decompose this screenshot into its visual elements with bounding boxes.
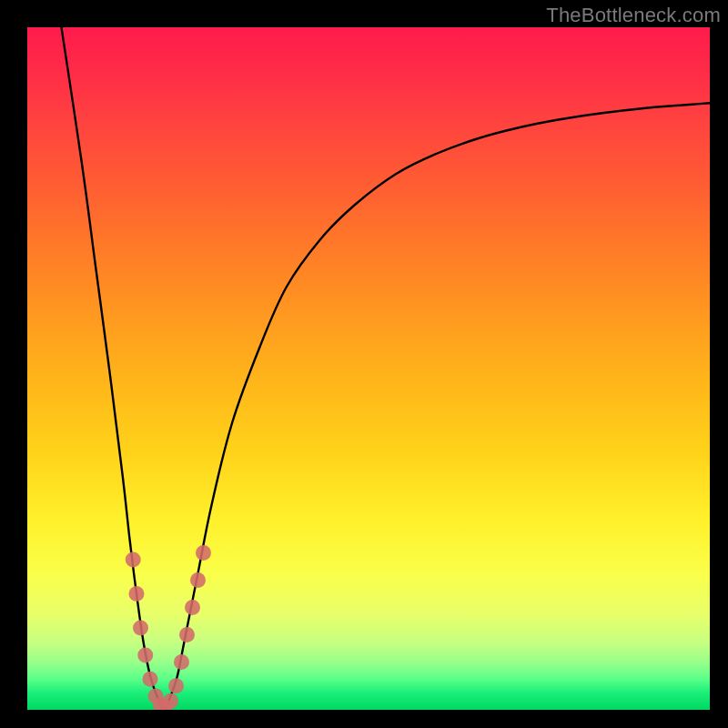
sample-point bbox=[185, 600, 200, 615]
watermark-label: TheBottleneck.com bbox=[546, 4, 721, 27]
sample-point bbox=[129, 586, 145, 602]
chart-frame: TheBottleneck.com bbox=[0, 0, 728, 728]
sample-point bbox=[190, 572, 206, 588]
sample-point bbox=[163, 693, 178, 709]
plot-area bbox=[27, 27, 710, 710]
chart-svg bbox=[27, 27, 710, 710]
sample-point bbox=[168, 678, 184, 693]
sample-point bbox=[133, 621, 148, 636]
sample-point bbox=[126, 552, 141, 568]
curve-line bbox=[62, 27, 711, 710]
sample-point bbox=[174, 654, 189, 670]
sample-point bbox=[137, 648, 153, 663]
bottleneck-curve bbox=[62, 27, 711, 710]
sample-point bbox=[179, 627, 195, 642]
sample-point bbox=[143, 672, 158, 687]
sample-point bbox=[196, 545, 211, 561]
